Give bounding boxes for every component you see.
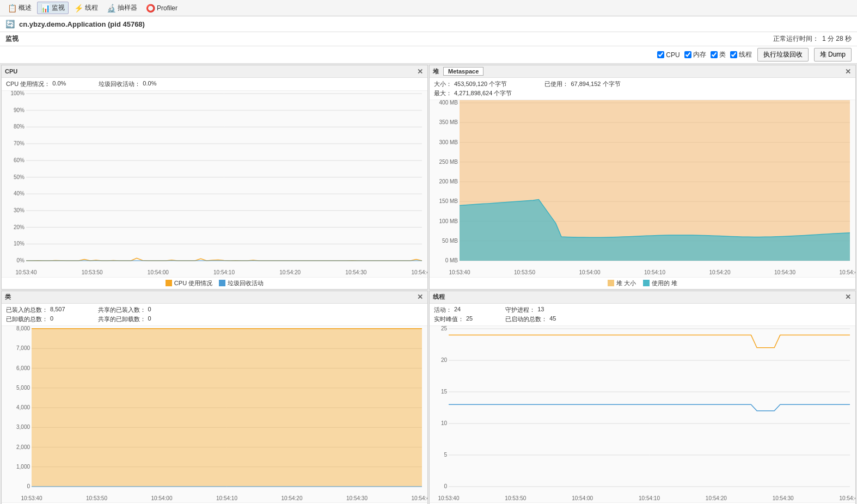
unloaded-total-label: 已卸载的总数： — [6, 315, 48, 323]
gc-activity-label: 垃圾回收活动： — [99, 80, 140, 88]
cpu-panel: CPU ✕ CPU 使用情况： 0.0% 垃圾回收活动： 0.0% CPU 使用… — [1, 65, 428, 290]
thread-checkbox-label[interactable]: 线程 — [730, 50, 752, 59]
heap-size-label: 大小： — [434, 80, 452, 88]
nav-sampler-label: 抽样器 — [118, 3, 137, 13]
heap-max-stat: 最大： 4,271,898,624 个字节 — [434, 89, 512, 97]
peak-label: 实时峰值： — [434, 315, 464, 323]
class-canvas — [2, 326, 427, 503]
title-bar: 🔄 cn.ybzy.demo.Application (pid 45768) — [0, 16, 857, 32]
uptime-area: 正常运行时间： 1 分 28 秒 — [773, 34, 852, 44]
overview-icon: 📋 — [8, 4, 17, 13]
peak-stat: 实时峰值： 25 — [434, 315, 473, 323]
heap-size-stat: 大小： 453,509,120 个字节 — [434, 80, 512, 88]
class-stats: 已装入的总数： 8,507 已卸载的总数： 0 共享的已装入数： 0 共享的已卸… — [2, 304, 427, 326]
nav-overview-label: 概述 — [19, 3, 32, 13]
heap-legend-item-1: 堆 大小 — [608, 279, 636, 287]
thread-icon: ⚡ — [74, 4, 83, 13]
loaded-total-value: 8,507 — [50, 306, 65, 314]
heap-chart-area — [430, 100, 855, 277]
heap-panel-close[interactable]: ✕ — [843, 67, 852, 76]
cpu-panel-header: CPU ✕ — [2, 65, 427, 78]
total-value: 45 — [549, 315, 556, 323]
memory-checkbox[interactable] — [684, 51, 691, 58]
loaded-total-stat: 已装入的总数： 8,507 — [6, 306, 65, 314]
sampler-icon: 🔬 — [107, 4, 116, 13]
status-bar: 监视 正常运行时间： 1 分 28 秒 — [0, 32, 857, 46]
gc-activity-stat: 垃圾回收活动： 0.0% — [99, 80, 156, 88]
thread-checkbox[interactable] — [730, 51, 737, 58]
thread-chart-area — [430, 326, 855, 503]
thread-panel-title: 线程 — [433, 293, 445, 301]
status-right: 正常运行时间： 1 分 28 秒 — [773, 34, 852, 44]
active-stat: 活动： 24 — [434, 306, 473, 314]
heap-stats: 大小： 453,509,120 个字节 最大： 4,271,898,624 个字… — [430, 78, 855, 100]
nav-profiler-label: Profiler — [157, 4, 177, 12]
thread-right-stats: 守护进程： 13 已启动的总数： 45 — [505, 306, 556, 323]
toolbar: CPU 内存 类 线程 执行垃圾回收 堆 Dump — [0, 46, 857, 64]
thread-panel-close[interactable]: ✕ — [843, 293, 852, 302]
heap-canvas — [430, 100, 855, 277]
cpu-legend-item-2: 垃圾回收活动 — [219, 279, 264, 287]
thread-canvas — [430, 326, 855, 503]
class-checkbox[interactable] — [711, 51, 718, 58]
memory-label: 内存 — [693, 50, 706, 59]
nav-thread[interactable]: ⚡ 线程 — [71, 2, 101, 14]
active-label: 活动： — [434, 306, 452, 314]
gc-activity-value: 0.0% — [143, 80, 156, 88]
nav-sampler[interactable]: 🔬 抽样器 — [103, 2, 140, 14]
heap-panel: 堆 Metaspace ✕ 大小： 453,509,120 个字节 最大： 4,… — [429, 65, 856, 290]
thread-stats: 活动： 24 实时峰值： 25 守护进程： 13 已启动的总数： 45 — [430, 304, 855, 326]
class-label: 类 — [719, 50, 726, 59]
shared-unloaded-value: 0 — [148, 315, 151, 323]
heap-legend-label-1: 堆 大小 — [616, 279, 636, 287]
class-panel-header: 类 ✕ — [2, 291, 427, 304]
heap-metaspace-tab[interactable]: Metaspace — [443, 67, 483, 76]
cpu-usage-value: 0.0% — [52, 80, 66, 88]
nav-thread-label: 线程 — [85, 3, 98, 13]
heap-used-value: 67,894,152 个字节 — [571, 80, 620, 97]
cpu-label: CPU — [666, 51, 680, 59]
checkbox-group: CPU 内存 类 线程 — [657, 50, 751, 59]
memory-checkbox-label[interactable]: 内存 — [684, 50, 706, 59]
shared-unloaded-label: 共享的已卸载数： — [98, 315, 146, 323]
class-left-stats: 已装入的总数： 8,507 已卸载的总数： 0 — [6, 306, 65, 323]
heap-size-stats: 大小： 453,509,120 个字节 最大： 4,271,898,624 个字… — [434, 80, 512, 97]
class-panel-title: 类 — [5, 293, 11, 301]
cpu-usage-stat: CPU 使用情况： 0.0% — [6, 80, 66, 88]
peak-value: 25 — [466, 315, 473, 323]
thread-left-stats: 活动： 24 实时峰值： 25 — [434, 306, 473, 323]
cpu-canvas — [2, 91, 427, 277]
thread-panel-header: 线程 ✕ — [430, 291, 855, 304]
nav-profiler[interactable]: ⭕ Profiler — [143, 3, 181, 14]
heap-dump-button[interactable]: 堆 Dump — [814, 48, 852, 62]
heap-used-label: 已使用： — [544, 80, 568, 97]
heap-legend-color-2 — [643, 280, 650, 286]
daemon-label: 守护进程： — [505, 306, 535, 314]
gc-button[interactable]: 执行垃圾回收 — [757, 48, 809, 62]
total-label: 已启动的总数： — [505, 315, 547, 323]
cpu-stats: CPU 使用情况： 0.0% 垃圾回收活动： 0.0% — [2, 78, 427, 91]
nav-monitor[interactable]: 📊 监视 — [37, 2, 69, 14]
heap-legend-color-1 — [608, 280, 614, 286]
class-checkbox-label[interactable]: 类 — [711, 50, 726, 59]
cpu-checkbox-label[interactable]: CPU — [657, 50, 680, 59]
nav-overview[interactable]: 📋 概述 — [4, 2, 35, 14]
refresh-icon: 🔄 — [5, 20, 15, 28]
section-title-area: 监视 — [5, 34, 19, 44]
heap-max-value: 4,271,898,624 个字节 — [454, 89, 512, 97]
loaded-total-label: 已装入的总数： — [6, 306, 48, 314]
cpu-panel-title: CPU — [5, 68, 17, 75]
class-panel-close[interactable]: ✕ — [415, 293, 424, 302]
cpu-checkbox[interactable] — [657, 51, 664, 58]
daemon-value: 13 — [537, 306, 544, 314]
app-title: cn.ybzy.demo.Application (pid 45768) — [19, 20, 145, 28]
main-content: CPU ✕ CPU 使用情况： 0.0% 垃圾回收活动： 0.0% CPU 使用… — [0, 64, 857, 504]
class-right-stats: 共享的已装入数： 0 共享的已卸载数： 0 — [98, 306, 151, 323]
uptime-value: 1 分 28 秒 — [822, 34, 852, 44]
nav-monitor-label: 监视 — [52, 3, 65, 13]
heap-panel-header: 堆 Metaspace ✕ — [430, 65, 855, 78]
uptime-label: 正常运行时间： — [773, 34, 819, 44]
cpu-legend-label-1: CPU 使用情况 — [174, 279, 212, 287]
nav-bar: 📋 概述 📊 监视 ⚡ 线程 🔬 抽样器 ⭕ Profiler — [0, 0, 857, 16]
cpu-panel-close[interactable]: ✕ — [415, 67, 424, 76]
